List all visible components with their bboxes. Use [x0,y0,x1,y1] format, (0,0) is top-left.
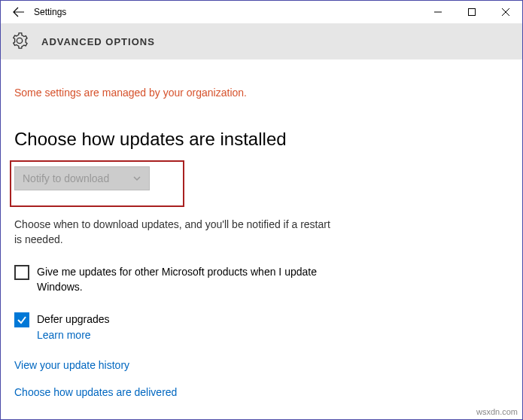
section-title: Choose how updates are installed [14,129,509,150]
page-header: ADVANCED OPTIONS [1,23,522,59]
other-products-row: Give me updates for other Microsoft prod… [14,265,345,294]
defer-upgrades-label: Defer upgrades [37,312,110,327]
window-controls [421,1,522,23]
back-button[interactable] [7,1,31,23]
check-icon [17,315,27,325]
org-managed-notice: Some settings are managed by your organi… [14,87,509,99]
svg-rect-0 [468,9,475,16]
close-icon [502,8,509,16]
update-history-link[interactable]: View your update history [14,359,509,371]
settings-window: Settings ADVANCED OPTIONS Some settings … [0,0,523,420]
chevron-down-icon [132,174,141,183]
back-arrow-icon [13,6,25,18]
gear-icon [11,32,28,51]
learn-more-link[interactable]: Learn more [37,329,110,341]
minimize-button[interactable] [421,1,455,23]
other-products-checkbox[interactable] [14,265,29,280]
updates-delivered-link[interactable]: Choose how updates are delivered [14,386,509,398]
maximize-icon [468,8,476,16]
install-mode-dropdown[interactable]: Notify to download [14,166,150,190]
close-button[interactable] [488,1,522,23]
defer-upgrades-checkbox[interactable] [14,312,29,327]
dropdown-value: Notify to download [23,172,109,184]
maximize-button[interactable] [455,1,488,23]
page-title: ADVANCED OPTIONS [41,36,155,47]
minimize-icon [434,8,442,16]
window-title: Settings [34,7,66,17]
other-products-label: Give me updates for other Microsoft prod… [37,265,345,294]
highlight-annotation: Notify to download [10,160,184,207]
titlebar: Settings [1,1,522,23]
install-mode-desc: Choose when to download updates, and you… [14,218,330,247]
defer-upgrades-row: Defer upgrades Learn more [14,312,345,341]
content-area: Some settings are managed by your organi… [1,59,522,419]
watermark: wsxdn.com [476,407,518,416]
